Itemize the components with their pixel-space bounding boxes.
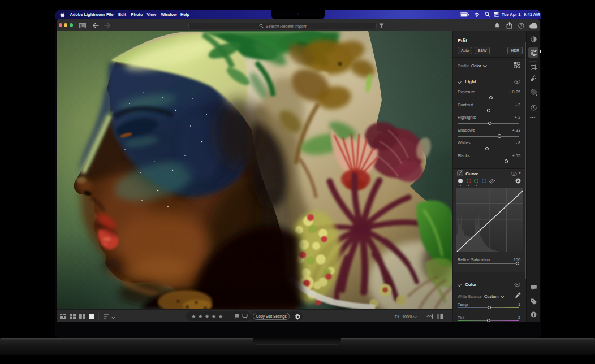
- svg-text:?: ?: [520, 24, 522, 28]
